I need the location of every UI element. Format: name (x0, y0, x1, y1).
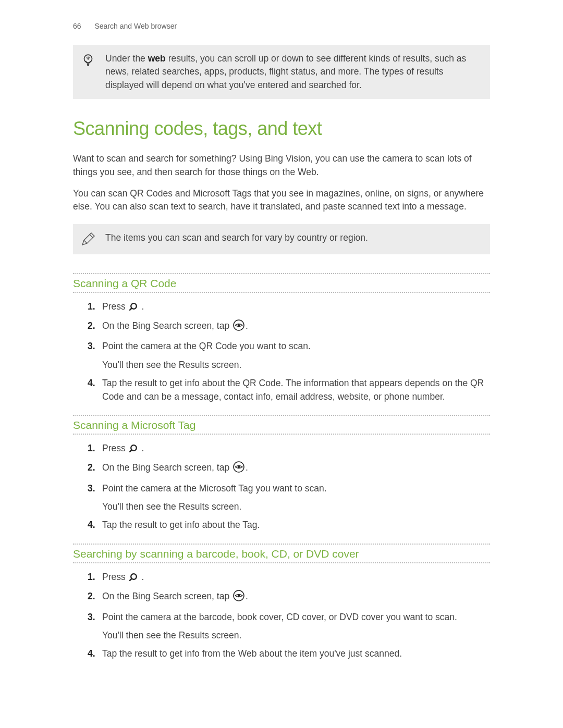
step-list: Press .On the Bing Search screen, tap .P… (73, 571, 490, 661)
step-item: Tap the result to get info from the Web … (88, 647, 490, 660)
step-item: On the Bing Search screen, tap . (88, 590, 490, 605)
step-list: Press .On the Bing Search screen, tap .P… (73, 442, 490, 532)
step-item: Press . (88, 571, 490, 585)
tip-text: Under the web results, you can scroll up… (105, 52, 481, 92)
step-item: Press . (88, 442, 490, 456)
step-subtext: You'll then see the Results screen. (102, 629, 490, 642)
search-icon (129, 301, 138, 314)
section-heading: Scanning a Microsoft Tag (73, 415, 490, 435)
page-header: 66 Search and Web browser (73, 22, 490, 30)
page-number: 66 (73, 22, 81, 30)
page-title: Scanning codes, tags, and text (73, 118, 490, 140)
step-item: Point the camera at the Microsoft Tag yo… (88, 482, 490, 514)
tip-text-pre: Under the (105, 53, 148, 64)
header-section: Search and Web browser (94, 22, 177, 30)
note-callout: The items you can scan and search for va… (73, 224, 490, 254)
step-item: Tap the result to get info about the QR … (88, 377, 490, 403)
tip-text-bold: web (148, 53, 166, 64)
lightbulb-icon (80, 52, 96, 68)
step-subtext: You'll then see the Results screen. (102, 500, 490, 513)
vision-eye-icon (233, 461, 244, 476)
pencil-icon (80, 231, 96, 247)
note-text: The items you can scan and search for va… (105, 231, 368, 244)
section-heading: Searching by scanning a barcode, book, C… (73, 544, 490, 563)
step-item: Tap the result to get info about the Tag… (88, 519, 490, 532)
vision-eye-icon (233, 319, 244, 335)
step-item: On the Bing Search screen, tap . (88, 319, 490, 335)
intro-paragraph-2: You can scan QR Codes and Microsoft Tags… (73, 187, 490, 214)
tip-callout: Under the web results, you can scroll up… (73, 45, 490, 99)
step-item: Press . (88, 300, 490, 314)
vision-eye-icon (233, 590, 244, 605)
step-list: Press .On the Bing Search screen, tap .P… (73, 300, 490, 403)
search-icon (129, 443, 138, 456)
step-item: Point the camera at the QR Code you want… (88, 340, 490, 372)
step-subtext: You'll then see the Results screen. (102, 359, 490, 372)
intro-paragraph-1: Want to scan and search for something? U… (73, 152, 490, 179)
step-item: On the Bing Search screen, tap . (88, 461, 490, 476)
section-heading: Scanning a QR Code (73, 273, 490, 293)
step-item: Point the camera at the barcode, book co… (88, 611, 490, 643)
search-icon (129, 572, 138, 585)
